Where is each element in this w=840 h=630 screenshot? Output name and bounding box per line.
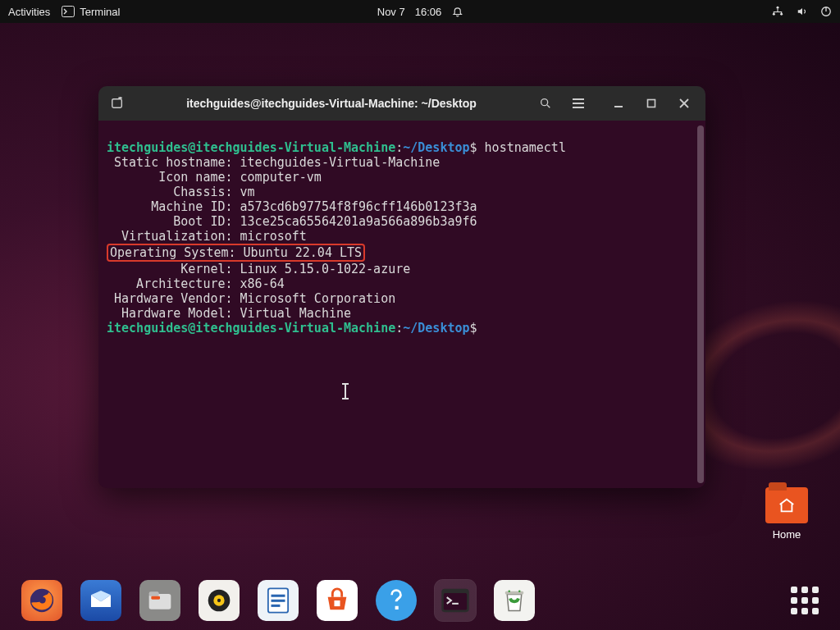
dock-help[interactable] xyxy=(376,580,417,621)
prompt-path: /Desktop xyxy=(410,321,469,336)
clock-area[interactable]: Nov 7 16:06 xyxy=(377,6,463,18)
svg-rect-10 xyxy=(112,99,122,108)
desktop-home-label: Home xyxy=(758,528,815,541)
output-line-os-highlight: Operating System: Ubuntu 22.04 LTS xyxy=(107,244,365,262)
prompt-tilde: ~ xyxy=(403,140,410,155)
window-controls xyxy=(602,91,701,116)
output-line: Kernel: Linux 5.15.0-1022-azure xyxy=(107,262,410,276)
trash-icon xyxy=(503,588,526,613)
prompt-colon: : xyxy=(395,140,403,155)
svg-rect-25 xyxy=(151,596,160,600)
firefox-icon xyxy=(28,587,56,614)
output-line: Boot ID: 13ce25ca65564201a9a566a896b3a9f… xyxy=(107,214,477,229)
svg-point-28 xyxy=(217,599,221,602)
hamburger-menu-button[interactable] xyxy=(564,91,592,116)
output-line: Machine ID: a573cd6b97754f8f96cff146b012… xyxy=(107,199,477,214)
output-line: Virtualization: microsoft xyxy=(107,229,307,244)
dock xyxy=(16,574,824,627)
writer-icon xyxy=(266,587,290,614)
software-icon xyxy=(323,587,351,614)
svg-line-14 xyxy=(547,105,550,107)
dock-ubuntu-software[interactable] xyxy=(317,580,358,621)
command-text: hostnamectl xyxy=(477,140,566,155)
output-line: Icon name: computer-vm xyxy=(107,170,322,185)
minimize-icon xyxy=(614,98,623,108)
output-line: Architecture: x86-64 xyxy=(107,276,285,291)
files-icon xyxy=(147,589,173,612)
prompt-user: itechguides@itechguides-Virtual-Machine xyxy=(107,321,395,336)
dock-files[interactable] xyxy=(139,580,180,621)
dock-trash[interactable] xyxy=(494,580,535,621)
svg-rect-6 xyxy=(774,11,774,14)
terminal-scrollbar[interactable] xyxy=(697,126,704,483)
dock-libreoffice-writer[interactable] xyxy=(258,580,299,621)
dock-thunderbird[interactable] xyxy=(80,580,121,621)
svg-rect-5 xyxy=(774,11,782,12)
rhythmbox-icon xyxy=(206,587,232,614)
terminal-window: itechguides@itechguides-Virtual-Machine:… xyxy=(98,86,705,488)
active-app-indicator[interactable]: Terminal xyxy=(62,6,120,18)
svg-rect-37 xyxy=(505,591,524,595)
bell-icon xyxy=(451,6,463,17)
new-tab-icon xyxy=(110,97,125,110)
desktop-home-icon[interactable]: Home xyxy=(758,487,815,541)
svg-rect-4 xyxy=(777,9,778,11)
active-app-label: Terminal xyxy=(80,6,120,18)
top-bar: Activities Terminal Nov 7 16:06 xyxy=(0,0,840,23)
svg-point-13 xyxy=(541,99,548,106)
output-line: Static hostname: itechguides-Virtual-Mac… xyxy=(107,155,440,170)
date-label: Nov 7 xyxy=(377,6,405,18)
close-button[interactable] xyxy=(668,91,701,116)
dock-rhythmbox[interactable] xyxy=(199,580,240,621)
volume-icon[interactable] xyxy=(796,6,809,17)
svg-rect-33 xyxy=(334,600,340,606)
svg-rect-0 xyxy=(62,7,75,17)
dock-terminal[interactable] xyxy=(435,580,476,621)
terminal-body[interactable]: itechguides@itechguides-Virtual-Machine:… xyxy=(98,121,705,488)
time-label: 16:06 xyxy=(415,6,442,18)
thunderbird-icon xyxy=(88,587,114,614)
activities-button[interactable]: Activities xyxy=(8,6,50,18)
show-applications-button[interactable] xyxy=(791,587,819,614)
maximize-icon xyxy=(646,98,656,108)
output-line: Hardware Vendor: Microsoft Corporation xyxy=(107,291,395,306)
window-title: itechguides@itechguides-Virtual-Machine:… xyxy=(136,97,527,110)
svg-rect-19 xyxy=(648,100,655,107)
output-line: Chassis: vm xyxy=(107,185,255,199)
svg-rect-24 xyxy=(149,591,159,596)
svg-rect-32 xyxy=(272,605,281,607)
maximize-button[interactable] xyxy=(635,91,668,116)
minimize-button[interactable] xyxy=(602,91,635,116)
search-button[interactable] xyxy=(532,91,559,116)
dock-firefox[interactable] xyxy=(21,580,62,621)
svg-rect-30 xyxy=(272,595,285,597)
svg-rect-31 xyxy=(272,600,285,602)
terminal-titlebar[interactable]: itechguides@itechguides-Virtual-Machine:… xyxy=(98,86,705,121)
hamburger-icon xyxy=(572,98,585,109)
close-icon xyxy=(679,98,689,108)
svg-rect-35 xyxy=(444,593,467,610)
search-icon xyxy=(539,97,552,110)
prompt-colon: : xyxy=(395,321,403,336)
power-icon[interactable] xyxy=(820,6,832,17)
text-cursor-icon xyxy=(345,385,346,398)
prompt-dollar: $ xyxy=(470,140,477,155)
prompt-dollar: $ xyxy=(470,321,477,336)
prompt-user: itechguides@itechguides-Virtual-Machine xyxy=(107,140,395,155)
terminal-icon xyxy=(62,6,75,17)
network-icon[interactable] xyxy=(771,6,784,17)
svg-point-1 xyxy=(777,7,779,9)
output-line: Hardware Model: Virtual Machine xyxy=(107,306,351,321)
prompt-path: /Desktop xyxy=(410,140,469,155)
folder-icon xyxy=(765,487,808,523)
new-tab-button[interactable] xyxy=(103,91,131,116)
svg-rect-7 xyxy=(781,11,782,14)
svg-point-39 xyxy=(518,591,521,593)
svg-point-38 xyxy=(509,591,511,593)
help-icon xyxy=(387,588,405,613)
prompt-tilde: ~ xyxy=(403,321,410,336)
terminal-app-icon xyxy=(441,587,470,614)
